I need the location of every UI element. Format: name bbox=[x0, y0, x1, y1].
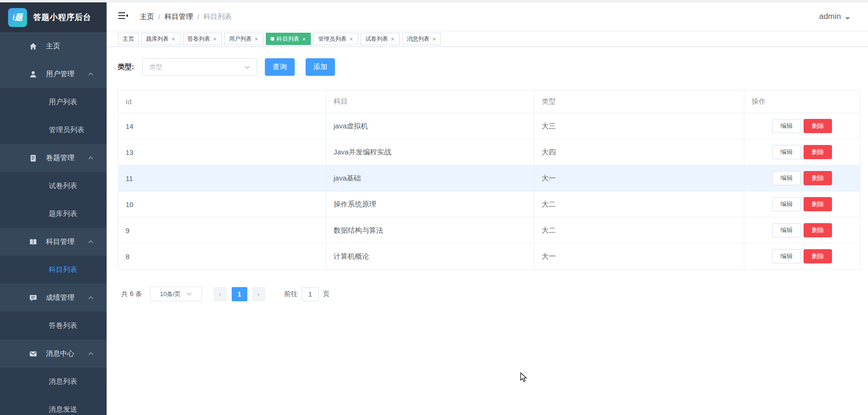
cell-type: 大三 bbox=[534, 113, 744, 139]
type-filter-label: 类型: bbox=[118, 63, 134, 72]
close-icon[interactable]: × bbox=[302, 36, 307, 42]
chevron-up-icon bbox=[88, 156, 93, 160]
user-menu[interactable]: admin bbox=[819, 2, 850, 31]
top-header: 主页 / 科目管理 / 科目列表 admin bbox=[107, 2, 868, 31]
sidebar-item-user-list[interactable]: 用户列表 bbox=[0, 88, 107, 116]
cell-id: 11 bbox=[118, 165, 326, 191]
sidebar-item-home[interactable]: 主页 bbox=[0, 32, 107, 60]
table-row: 9 数据结构与算法 大二 编辑 删除 bbox=[118, 217, 860, 244]
prev-page-button[interactable]: ‹ bbox=[214, 287, 227, 301]
active-tab-dot bbox=[271, 37, 274, 41]
chevron-up-icon bbox=[88, 352, 93, 355]
tab-home[interactable]: 主页 bbox=[118, 33, 139, 45]
sidebar-item-paper-management[interactable]: 卷题管理 bbox=[0, 144, 107, 172]
chevron-up-icon bbox=[88, 296, 93, 299]
delete-button[interactable]: 删除 bbox=[804, 119, 832, 133]
search-button[interactable]: 查询 bbox=[265, 58, 295, 76]
sidebar-item-subject-management[interactable]: 科目管理 bbox=[0, 228, 107, 256]
tab-question-bank-list[interactable]: 题库列表 × bbox=[141, 33, 181, 45]
cell-type: 大二 bbox=[534, 217, 744, 244]
tab-answer-sheet-list[interactable]: 答卷列表 × bbox=[183, 33, 222, 45]
sidebar-item-subject-list[interactable]: 科目列表 bbox=[0, 256, 107, 284]
cell-type: 大一 bbox=[534, 165, 744, 191]
close-icon[interactable]: × bbox=[171, 36, 176, 42]
sidebar-item-score-management[interactable]: 成绩管理 bbox=[0, 284, 107, 312]
cell-subject: 操作系统原理 bbox=[326, 191, 534, 217]
page-number-1[interactable]: 1 bbox=[232, 287, 247, 301]
sidebar-item-message-list[interactable]: 消息列表 bbox=[0, 368, 107, 396]
breadcrumb-separator: / bbox=[158, 13, 160, 21]
tab-user-list[interactable]: 用户列表 × bbox=[224, 33, 263, 45]
close-icon[interactable]: × bbox=[213, 36, 217, 42]
add-button[interactable]: 添加 bbox=[306, 58, 335, 76]
tab-exam-list[interactable]: 试卷列表 × bbox=[361, 33, 400, 45]
close-icon[interactable]: × bbox=[254, 36, 259, 42]
tab-message-list[interactable]: 消息列表 × bbox=[402, 33, 442, 45]
sidebar-item-message-send[interactable]: 消息发送 bbox=[0, 396, 107, 415]
type-select[interactable]: 类型 bbox=[142, 58, 257, 76]
pagination: 共 6 条 10条/页 ‹ 1 › 前往 页 bbox=[121, 287, 330, 301]
sidebar-item-exam-list[interactable]: 试卷列表 bbox=[0, 172, 107, 200]
user-icon bbox=[29, 71, 37, 78]
delete-button[interactable]: 删除 bbox=[804, 171, 832, 185]
breadcrumb-separator: / bbox=[197, 13, 199, 21]
delete-button[interactable]: 删除 bbox=[804, 197, 832, 211]
document-icon bbox=[29, 154, 37, 162]
breadcrumb-home[interactable]: 主页 bbox=[140, 12, 154, 21]
close-icon[interactable]: × bbox=[349, 36, 353, 42]
sidebar-item-answer-sheet-list[interactable]: 答卷列表 bbox=[0, 312, 107, 340]
tab-subject-list[interactable]: 科目列表 × bbox=[266, 33, 311, 45]
goto-page-input[interactable] bbox=[302, 287, 319, 301]
book-icon bbox=[29, 238, 37, 246]
column-header-id: Id bbox=[118, 90, 326, 113]
mail-icon bbox=[29, 350, 37, 358]
tab-admin-list[interactable]: 管理员列表 × bbox=[313, 33, 358, 45]
delete-button[interactable]: 删除 bbox=[804, 145, 832, 159]
sidebar-item-question-bank-list[interactable]: 题库列表 bbox=[0, 200, 107, 228]
table-row: 10 操作系统原理 大二 编辑 删除 bbox=[118, 191, 860, 217]
delete-button[interactable]: 删除 bbox=[804, 249, 832, 263]
page-size-select[interactable]: 10条/页 bbox=[150, 287, 202, 301]
sidebar-menu: 主页 用户管理 用户列表 管理员列表 卷题管理 试卷 bbox=[0, 32, 107, 415]
edit-button[interactable]: 编辑 bbox=[772, 249, 801, 263]
username[interactable]: admin bbox=[819, 12, 841, 21]
cell-subject: 数据结构与算法 bbox=[326, 217, 534, 244]
edit-button[interactable]: 编辑 bbox=[772, 119, 801, 133]
cell-id: 9 bbox=[118, 217, 326, 244]
breadcrumb: 主页 / 科目管理 / 科目列表 bbox=[140, 2, 232, 31]
table-row: 13 Java并发编程实战 大四 编辑 删除 bbox=[118, 139, 860, 165]
sidebar-item-user-management[interactable]: 用户管理 bbox=[0, 60, 107, 88]
chevron-up-icon bbox=[88, 72, 93, 76]
sidebar-item-admin-list[interactable]: 管理员列表 bbox=[0, 116, 107, 144]
total-count: 共 6 条 bbox=[121, 290, 142, 298]
page-unit-label: 页 bbox=[323, 290, 330, 298]
breadcrumb-subject-list: 科目列表 bbox=[203, 12, 232, 21]
cell-type: 大二 bbox=[534, 191, 744, 217]
goto-label: 前往 bbox=[284, 290, 298, 298]
delete-button[interactable]: 删除 bbox=[804, 223, 832, 237]
table-row: 14 java虚拟机 大三 编辑 删除 bbox=[118, 113, 860, 139]
table-header-row: Id 科目 类型 操作 bbox=[118, 90, 860, 113]
close-icon[interactable]: × bbox=[390, 36, 395, 42]
hamburger-fold-icon[interactable] bbox=[118, 12, 128, 20]
column-header-operations: 操作 bbox=[744, 90, 860, 113]
close-icon[interactable]: × bbox=[432, 36, 437, 42]
sidebar: i题 答题小程序后台 主页 用户管理 用户列表 管理员列表 bbox=[0, 2, 107, 415]
next-page-button[interactable]: › bbox=[252, 287, 265, 301]
cell-subject: 计算机概论 bbox=[326, 244, 534, 270]
breadcrumb-subject-management[interactable]: 科目管理 bbox=[164, 12, 193, 21]
edit-button[interactable]: 编辑 bbox=[772, 223, 801, 237]
column-header-type: 类型 bbox=[534, 90, 744, 113]
filter-row: 类型: 类型 查询 添加 bbox=[118, 58, 335, 76]
cell-id: 10 bbox=[118, 191, 326, 217]
edit-button[interactable]: 编辑 bbox=[772, 145, 801, 159]
app-title: 答题小程序后台 bbox=[33, 12, 91, 23]
cell-subject: java虚拟机 bbox=[326, 113, 534, 139]
chevron-up-icon bbox=[88, 240, 93, 244]
edit-button[interactable]: 编辑 bbox=[772, 171, 801, 185]
edit-button[interactable]: 编辑 bbox=[772, 197, 801, 211]
cell-id: 13 bbox=[118, 139, 326, 165]
home-icon bbox=[29, 43, 37, 50]
cell-id: 14 bbox=[118, 113, 326, 139]
sidebar-item-message-center[interactable]: 消息中心 bbox=[0, 340, 107, 368]
